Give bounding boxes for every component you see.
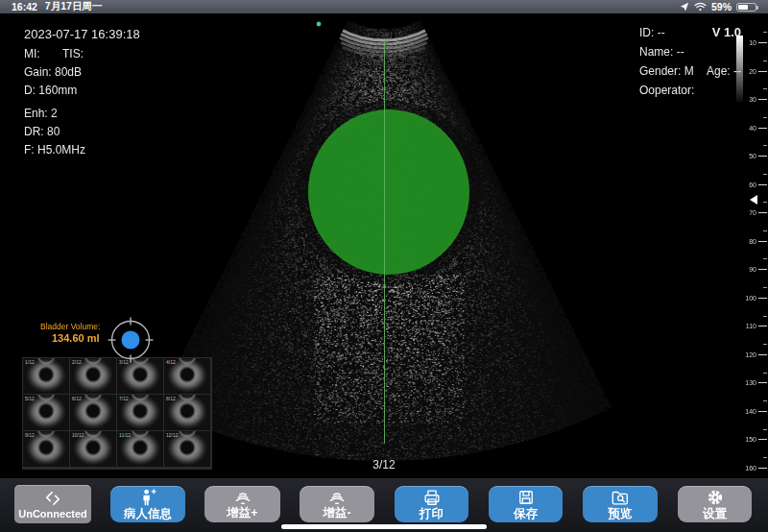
- thumbnail-label: 10/12: [72, 432, 84, 438]
- thumbnail-label: 11/12: [119, 432, 131, 438]
- thumbnail-label: 7/12: [119, 396, 129, 401]
- disconnected-icon: [42, 489, 63, 508]
- ruler-minor-tick: [763, 32, 767, 33]
- frame-indicator: 3/12: [0, 458, 768, 472]
- app-screen: 16:42 7月17日周一 59% 2023-07-17 16:39:18 MI…: [0, 0, 768, 532]
- patient-id: ID: --: [639, 23, 665, 42]
- mi-tis-row: MI: TIS:: [24, 45, 140, 63]
- operator-label: Ooperator:: [639, 81, 741, 100]
- thumbnail-label: 1/12: [25, 359, 35, 365]
- save-icon: [516, 488, 537, 507]
- scan-datetime: 2023-07-17 16:39:18: [24, 25, 140, 43]
- ruler-minor-tick: [763, 400, 767, 401]
- dr-value: DR: 80: [24, 123, 140, 141]
- ruler-major-tick: 120: [739, 351, 768, 359]
- patient-icon: [136, 488, 159, 507]
- ruler-major-tick: 30: [739, 95, 768, 104]
- thumbnail-label: 12/12: [166, 432, 179, 438]
- ruler-minor-tick: [763, 174, 767, 175]
- patient-info-panel: ID: -- V 1.0 Name: -- Gender: M Age: -- …: [639, 23, 741, 100]
- thumbnail-label: 5/12: [25, 396, 35, 401]
- thumbnail-label: 6/12: [72, 396, 82, 401]
- ruler-minor-tick: [763, 287, 767, 288]
- thumbnail-label: 8/12: [166, 396, 176, 401]
- printer-icon: [420, 488, 444, 507]
- patient-gender: Gender: M: [639, 61, 694, 81]
- ruler-major-tick: 100: [739, 294, 768, 302]
- depth-value: D: 160mm: [24, 82, 140, 100]
- save-button[interactable]: 保存: [489, 486, 563, 522]
- thumbnail[interactable]: 8/12: [164, 395, 210, 430]
- gain-waves-icon: [231, 488, 254, 506]
- enh-value: Enh: 2: [24, 105, 140, 123]
- preview-button[interactable]: 预览: [583, 486, 658, 522]
- thumbnail[interactable]: 7/12: [117, 395, 163, 430]
- ruler-major-tick: 90: [739, 265, 768, 274]
- home-indicator[interactable]: [281, 524, 487, 529]
- software-version: V 1.0: [712, 23, 741, 42]
- ruler-minor-tick: [763, 88, 767, 89]
- ruler-major-tick: 80: [739, 237, 768, 246]
- ruler-minor-tick: [763, 316, 767, 317]
- mi-label: MI:: [24, 47, 40, 60]
- depth-ruler: 102030405060708090100110120130140150160: [739, 13, 768, 477]
- ruler-major-tick: 130: [739, 378, 768, 387]
- gain-waves-icon: [325, 488, 348, 506]
- thumbnail-label: 9/12: [25, 432, 35, 438]
- ruler-major-tick: 150: [739, 435, 768, 444]
- button-label: 病人信息: [124, 508, 172, 521]
- print-button[interactable]: 打印: [395, 486, 468, 522]
- ruler-major-tick: 70: [739, 208, 768, 217]
- scan-parameters: 2023-07-17 16:39:18 MI: TIS: Gain: 80dB …: [24, 25, 140, 159]
- thumbnail-grid: 1/122/123/124/125/126/127/128/129/1210/1…: [22, 357, 212, 470]
- button-label: 增益+: [227, 507, 257, 520]
- ruler-major-tick: 140: [739, 407, 768, 416]
- date-label: 7月17日周一: [45, 0, 103, 13]
- thumbnail[interactable]: 5/12: [23, 395, 69, 430]
- gain-value: Gain: 80dB: [24, 63, 140, 82]
- ruler-minor-tick: [763, 202, 767, 203]
- settings-button[interactable]: 设置: [678, 486, 752, 522]
- patient-age: Age: --: [707, 61, 741, 81]
- button-label: 预览: [609, 508, 633, 521]
- battery-icon: [736, 3, 756, 12]
- gain-minus-button[interactable]: 增益-: [300, 486, 374, 522]
- thumbnail[interactable]: 3/12: [117, 358, 163, 394]
- location-icon: [680, 2, 689, 12]
- bladder-volume-label: Bladder Volume:: [40, 322, 100, 331]
- thumbnail[interactable]: 1/12: [23, 358, 69, 394]
- button-label: 增益-: [323, 507, 350, 520]
- connection-status-button[interactable]: UnConnected: [14, 485, 91, 523]
- preview-icon: [609, 488, 632, 507]
- settings-icon: [705, 488, 726, 507]
- status-bar: 16:42 7月17日周一 59%: [0, 0, 768, 13]
- thumbnail-label: 2/12: [72, 359, 82, 365]
- battery-percent: 59%: [711, 1, 732, 12]
- bladder-position-target-icon: [108, 317, 154, 363]
- ruler-minor-tick: [763, 230, 767, 231]
- focus-marker-icon[interactable]: [750, 195, 757, 205]
- thumbnail-label: 4/12: [166, 359, 176, 365]
- patient-info-button[interactable]: 病人信息: [110, 486, 185, 522]
- ruler-major-tick: 20: [739, 67, 768, 76]
- wifi-icon: [694, 2, 707, 12]
- ruler-major-tick: 110: [739, 322, 768, 330]
- ruler-major-tick: 60: [739, 181, 768, 189]
- ruler-minor-tick: [763, 117, 767, 118]
- tis-label: TIS:: [62, 47, 84, 60]
- gain-plus-button[interactable]: 增益+: [204, 486, 280, 522]
- thumbnail[interactable]: 2/12: [70, 358, 116, 394]
- bladder-volume-value: 134.60 ml: [52, 332, 100, 344]
- thumbnail[interactable]: 4/12: [164, 358, 210, 394]
- ruler-major-tick: 50: [739, 152, 768, 160]
- button-label: 打印: [420, 508, 444, 521]
- ruler-major-tick: 10: [739, 38, 768, 47]
- ruler-minor-tick: [763, 344, 767, 345]
- ruler-minor-tick: [763, 373, 767, 374]
- clock: 16:42: [12, 1, 37, 12]
- thumbnail[interactable]: 6/12: [70, 395, 116, 430]
- ruler-minor-tick: [763, 258, 767, 259]
- bladder-volume-readout: Bladder Volume: 134.60 ml: [40, 322, 100, 344]
- ruler-minor-tick: [763, 145, 767, 146]
- ruler-minor-tick: [763, 60, 767, 61]
